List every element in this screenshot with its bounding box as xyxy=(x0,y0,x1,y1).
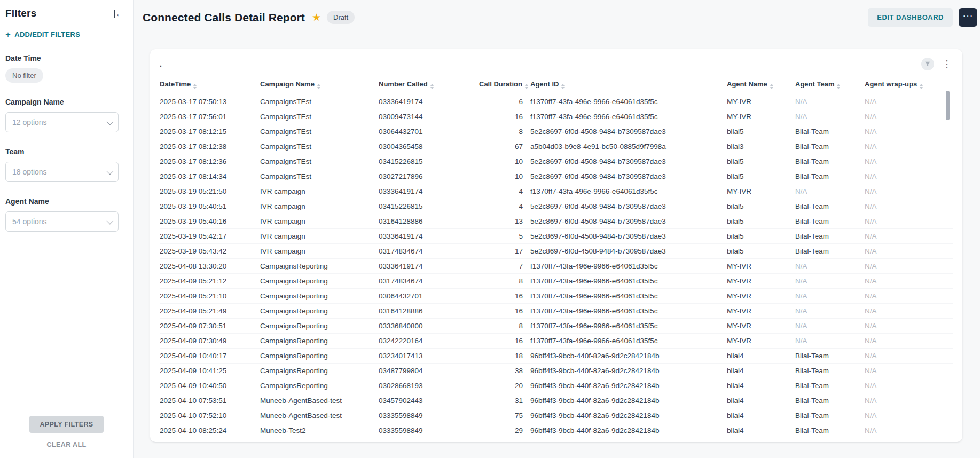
filter-section-campaign-name: Campaign Name12 options xyxy=(5,98,126,132)
table-row: 2025-04-08 13:30:20CampaignsReporting033… xyxy=(160,259,953,274)
cell-call-duration: 10 xyxy=(479,154,530,169)
table-row: 2025-03-17 08:14:34CampaignsTEst03027217… xyxy=(160,169,953,184)
widget-tools: ⋮ xyxy=(921,58,952,70)
cell-agent-team: Bilal-Team xyxy=(795,229,865,244)
cell-agent-wrap-ups: N/A xyxy=(865,364,953,378)
cell-campaign-name: CampaignsTEst xyxy=(260,154,379,169)
chevron-down-icon xyxy=(107,118,114,125)
cell-agent-name: bilal5 xyxy=(727,169,795,184)
cell-datetime: 2025-04-09 10:40:17 xyxy=(160,349,260,364)
filters-sidebar-header: Filters ← xyxy=(5,7,126,19)
widget-filter-button[interactable] xyxy=(921,58,934,70)
cell-number-called: 03487799804 xyxy=(379,364,479,378)
table-scrollbar-thumb[interactable] xyxy=(946,91,950,120)
campaign-name-select[interactable]: 12 options xyxy=(5,112,119,132)
cell-number-called: 03027217896 xyxy=(379,169,479,184)
sort-icon xyxy=(837,84,840,89)
table-row: 2025-03-17 07:50:13CampaignsTEst03336419… xyxy=(160,94,953,109)
cell-datetime: 2025-04-09 05:21:12 xyxy=(160,274,260,289)
clear-all-button[interactable]: CLEAR ALL xyxy=(47,441,87,448)
cell-datetime: 2025-03-17 08:12:36 xyxy=(160,154,260,169)
cell-campaign-name: IVR campaign xyxy=(260,199,379,214)
cell-call-duration: 68 xyxy=(479,438,530,443)
cell-call-duration: 29 xyxy=(479,423,530,438)
cell-call-duration: 4 xyxy=(479,184,530,199)
cell-agent-wrap-ups: N/A xyxy=(865,289,953,304)
table-row: 2025-04-09 05:21:10CampaignsReporting030… xyxy=(160,289,953,304)
cell-agent-wrap-ups: N/A xyxy=(865,184,953,199)
table-row: 2025-03-17 07:56:01CampaignsTEst03009473… xyxy=(160,109,953,124)
cell-agent-name: bilal4 xyxy=(727,408,795,423)
cell-campaign-name: IVR campaign xyxy=(260,229,379,244)
cell-number-called: 03174834674 xyxy=(379,244,479,259)
agent-name-select[interactable]: 54 options xyxy=(5,211,119,232)
column-header-campaign-name[interactable]: Campaign Name xyxy=(260,76,379,94)
cell-campaign-name: CampaignsReporting xyxy=(260,319,379,334)
more-options-button[interactable]: ··· xyxy=(959,8,977,27)
cell-datetime: 2025-03-19 05:43:42 xyxy=(160,244,260,259)
table-row: 2025-03-17 08:12:38CampaignsTEst03004365… xyxy=(160,139,953,154)
cell-agent-wrap-ups: N/A xyxy=(865,124,953,139)
status-badge: Draft xyxy=(327,11,355,24)
cell-datetime: 2025-04-10 09:41:30 xyxy=(160,438,260,443)
cell-agent-team: N/A xyxy=(795,304,865,319)
cell-number-called: 03242220164 xyxy=(379,334,479,349)
cell-datetime: 2025-04-10 08:25:24 xyxy=(160,423,260,438)
table-row: 2025-03-19 05:42:17IVR campaign033364191… xyxy=(160,229,953,244)
table-scrollbar[interactable] xyxy=(946,86,950,438)
filters-footer: APPLY FILTERS CLEAR ALL xyxy=(0,416,133,448)
cell-number-called: 03336419174 xyxy=(379,184,479,199)
team-select-value: 18 options xyxy=(12,168,47,176)
cell-agent-id: f1370ff7-43fa-496e-9966-e64061d35f5c xyxy=(530,94,727,109)
cell-campaign-name: CampaignsReporting xyxy=(260,304,379,319)
cell-call-duration: 5 xyxy=(479,229,530,244)
table-row: 2025-04-09 10:40:50CampaignsReporting030… xyxy=(160,378,953,393)
cell-agent-id: 96bff4f3-9bcb-440f-82a6-9d2c2842184b xyxy=(530,423,727,438)
cell-agent-id: 5e2c8697-6f0d-4508-9484-b7309587dae3 xyxy=(530,199,727,214)
widget-title: . xyxy=(160,60,162,68)
table-row: 2025-04-09 10:41:25CampaignsReporting034… xyxy=(160,364,953,378)
topbar-actions: EDIT DASHBOARD ··· xyxy=(868,8,977,27)
cell-agent-id: 96bff4f3-9bcb-440f-82a6-9d2c2842184b xyxy=(530,408,727,423)
edit-dashboard-button[interactable]: EDIT DASHBOARD xyxy=(868,8,953,27)
cell-datetime: 2025-04-08 13:30:20 xyxy=(160,259,260,274)
cell-number-called: 03234017413 xyxy=(379,349,479,364)
cell-agent-id: 96bff4f3-9bcb-440f-82a6-9d2c2842184b xyxy=(530,364,727,378)
collapse-sidebar-button[interactable]: ← xyxy=(112,9,126,19)
cell-number-called: 03415226815 xyxy=(379,154,479,169)
cell-agent-wrap-ups: N/A xyxy=(865,259,953,274)
cell-campaign-name: CampaignsReporting xyxy=(260,378,379,393)
cell-call-duration: 16 xyxy=(479,334,530,349)
cell-datetime: 2025-03-19 05:40:16 xyxy=(160,214,260,229)
cell-campaign-name: Muneeb-AgentBased-test xyxy=(260,393,379,408)
cell-datetime: 2025-03-19 05:40:51 xyxy=(160,199,260,214)
cell-agent-id: f1370ff7-43fa-496e-9966-e64061d35f5c xyxy=(530,184,727,199)
cell-campaign-name: CampaignsTEst xyxy=(260,94,379,109)
filter-label-date-time: Date Time xyxy=(5,54,126,62)
column-header-number-called[interactable]: Number Called xyxy=(379,76,479,94)
column-header-agent-wrap-ups[interactable]: Agent wrap-ups xyxy=(865,76,953,94)
favorite-star-icon[interactable]: ★ xyxy=(312,12,321,22)
cell-agent-team: Bilal-Team xyxy=(795,364,865,378)
agent-name-select-value: 54 options xyxy=(12,217,47,226)
column-header-agent-team[interactable]: Agent Team xyxy=(795,76,865,94)
cell-agent-id: 96bff4f3-9bcb-440f-82a6-9d2c2842184b xyxy=(530,438,727,443)
cell-agent-id: f1370ff7-43fa-496e-9966-e64061d35f5c xyxy=(530,109,727,124)
cell-campaign-name: CampaignsReporting xyxy=(260,334,379,349)
add-edit-filters-button[interactable]: + ADD/EDIT FILTERS xyxy=(5,30,80,39)
cell-call-duration: 10 xyxy=(479,169,530,184)
cell-agent-id: 5e2c8697-6f0d-4508-9484-b7309587dae3 xyxy=(530,229,727,244)
column-header-datetime[interactable]: DateTime xyxy=(160,76,260,94)
cell-call-duration: 8 xyxy=(479,124,530,139)
column-header-agent-id[interactable]: Agent ID xyxy=(530,76,727,94)
team-select[interactable]: 18 options xyxy=(5,162,119,182)
cell-call-duration: 18 xyxy=(479,349,530,364)
date-time-filter-chip[interactable]: No filter xyxy=(5,68,43,83)
main-content: Connected Calls Detail Report ★ Draft ED… xyxy=(134,0,980,458)
column-header-agent-name[interactable]: Agent Name xyxy=(727,76,795,94)
apply-filters-button[interactable]: APPLY FILTERS xyxy=(29,416,103,433)
cell-agent-id: 5e2c8697-6f0d-4508-9484-b7309587dae3 xyxy=(530,154,727,169)
column-header-call-duration[interactable]: Call Duration xyxy=(479,76,530,94)
widget-menu-button[interactable]: ⋮ xyxy=(942,59,952,69)
cell-number-called: 03164128886 xyxy=(379,214,479,229)
